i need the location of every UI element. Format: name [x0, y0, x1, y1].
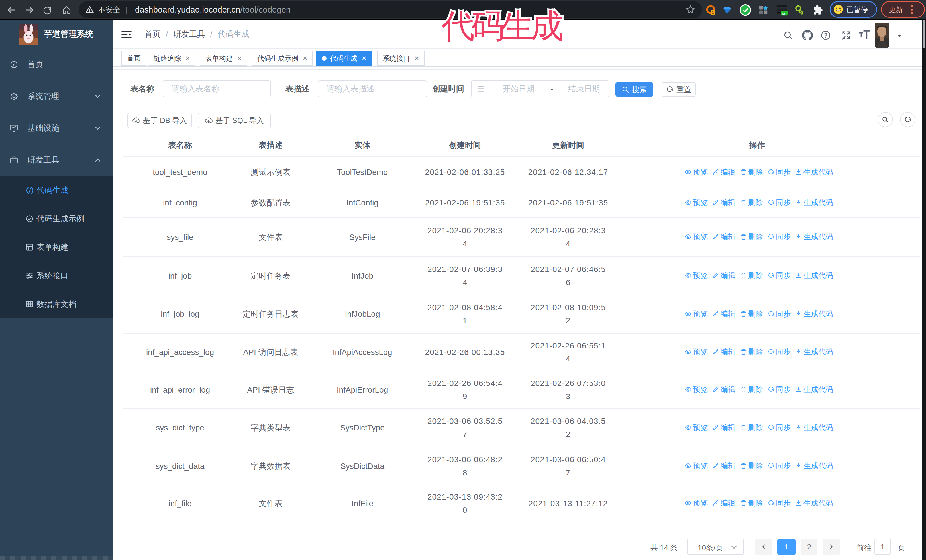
svg-text:on: on	[782, 11, 787, 15]
svg-text:1: 1	[712, 10, 714, 15]
